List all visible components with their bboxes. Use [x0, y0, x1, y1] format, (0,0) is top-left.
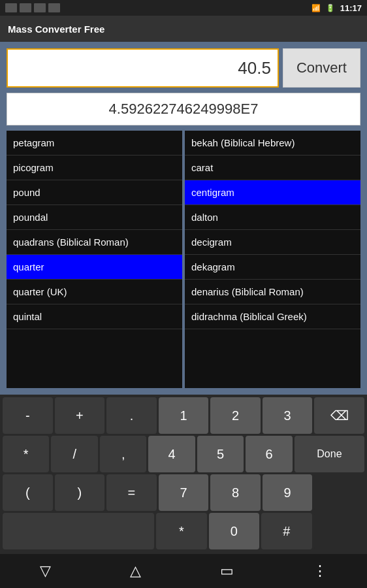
- key-empty-r4: [314, 513, 364, 549]
- key-backspace[interactable]: ⌫: [314, 397, 364, 434]
- lists-row: petagrampicogrampoundpoundalquadrans (Bi…: [7, 131, 360, 388]
- app-icon-1: [5, 3, 17, 12]
- nav-bar: ▽ △ ▭ ⋮: [0, 554, 367, 588]
- title-bar: Mass Converter Free: [0, 16, 367, 42]
- key-9[interactable]: 9: [263, 474, 313, 511]
- left-list-item[interactable]: pound: [7, 180, 182, 205]
- result-value: 4.592622746249998E7: [109, 101, 259, 118]
- key-2[interactable]: 2: [210, 397, 261, 434]
- key-star[interactable]: *: [156, 513, 206, 549]
- result-box: 4.592622746249998E7: [7, 93, 360, 125]
- key-8[interactable]: 8: [210, 474, 261, 511]
- key-3[interactable]: 3: [263, 397, 313, 434]
- key-equals[interactable]: =: [106, 474, 157, 511]
- left-list-item[interactable]: petagram: [7, 131, 182, 155]
- main-content: Convert 4.592622746249998E7 petagrampico…: [0, 42, 367, 395]
- key-open-paren[interactable]: (: [3, 474, 53, 511]
- app-icons: [5, 3, 60, 12]
- key-7[interactable]: 7: [159, 474, 209, 511]
- left-list-item[interactable]: picogram: [7, 155, 182, 180]
- key-plus[interactable]: +: [55, 397, 105, 434]
- right-list-item[interactable]: dalton: [185, 205, 360, 230]
- key-row-4: * 0 #: [3, 513, 364, 549]
- home-icon[interactable]: △: [117, 557, 154, 585]
- key-spaceleft: [3, 513, 154, 549]
- left-list-item[interactable]: quarter (UK): [7, 280, 182, 304]
- left-unit-list: petagrampicogrampoundpoundalquadrans (Bi…: [7, 131, 182, 388]
- convert-button[interactable]: Convert: [283, 48, 360, 88]
- input-row: Convert: [7, 48, 360, 88]
- key-6[interactable]: 6: [246, 436, 292, 472]
- recent-icon[interactable]: ▭: [207, 557, 247, 585]
- status-time: 11:17: [340, 3, 362, 13]
- key-row-2: * / , 4 5 6 Done: [3, 436, 364, 472]
- app-title: Mass Converter Free: [8, 24, 104, 35]
- key-row-1: - + . 1 2 3 ⌫: [3, 397, 364, 434]
- key-comma[interactable]: ,: [100, 436, 146, 472]
- left-list-item[interactable]: quarter: [7, 255, 182, 280]
- app-icon-4: [48, 3, 60, 12]
- left-list-item[interactable]: poundal: [7, 205, 182, 230]
- key-multiply[interactable]: *: [3, 436, 49, 472]
- status-right: 📶 🔋 11:17: [311, 3, 362, 13]
- keyboard: - + . 1 2 3 ⌫ * / , 4 5 6 Done ( ) = 7 8…: [0, 395, 367, 554]
- left-list-item[interactable]: quadrans (Biblical Roman): [7, 230, 182, 255]
- right-list-item[interactable]: decigram: [185, 230, 360, 255]
- key-4[interactable]: 4: [148, 436, 195, 472]
- left-list-item[interactable]: quintal: [7, 304, 182, 329]
- right-unit-list: bekah (Biblical Hebrew)caratcentigramdal…: [185, 131, 360, 388]
- battery-icon: 🔋: [326, 4, 335, 12]
- key-empty-r3: [314, 474, 364, 511]
- key-divide[interactable]: /: [51, 436, 97, 472]
- wifi-icon: 📶: [311, 4, 321, 12]
- number-input[interactable]: [7, 48, 279, 88]
- key-hash[interactable]: #: [261, 513, 311, 549]
- key-dot[interactable]: .: [106, 397, 157, 434]
- app-icon-3: [34, 3, 46, 12]
- back-icon[interactable]: ▽: [27, 557, 64, 585]
- right-list-item[interactable]: centigram: [185, 180, 360, 205]
- status-bar: 📶 🔋 11:17: [0, 0, 367, 16]
- key-done[interactable]: Done: [295, 436, 364, 472]
- key-0[interactable]: 0: [209, 513, 259, 549]
- right-list-item[interactable]: carat: [185, 155, 360, 180]
- right-list-item[interactable]: bekah (Biblical Hebrew): [185, 131, 360, 155]
- key-row-3: ( ) = 7 8 9: [3, 474, 364, 511]
- right-list-item[interactable]: didrachma (Biblical Greek): [185, 304, 360, 329]
- app-icon-2: [20, 3, 31, 12]
- key-close-paren[interactable]: ): [55, 474, 105, 511]
- menu-icon[interactable]: ⋮: [300, 557, 340, 585]
- right-list-item[interactable]: denarius (Biblical Roman): [185, 280, 360, 304]
- key-minus[interactable]: -: [3, 397, 53, 434]
- key-5[interactable]: 5: [197, 436, 244, 472]
- key-1[interactable]: 1: [159, 397, 209, 434]
- right-list-item[interactable]: dekagram: [185, 255, 360, 280]
